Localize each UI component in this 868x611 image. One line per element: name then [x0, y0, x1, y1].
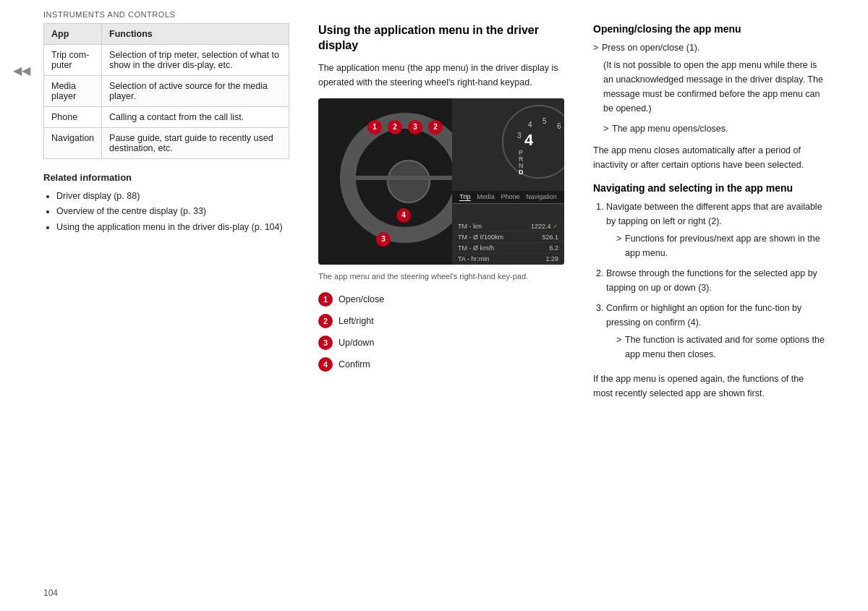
list-item[interactable]: Using the application menu in the driver… [56, 220, 289, 235]
table-row: Mediaplayer Selection of active source f… [44, 76, 289, 107]
tab-media: Media [477, 193, 495, 201]
svg-text:4: 4 [524, 131, 534, 149]
nav-step-3: Confirm or highlight an option for the f… [606, 301, 825, 362]
badge-3a: 3 [408, 120, 422, 134]
related-info-heading: Related information [43, 172, 289, 183]
opening-heading: Opening/closing the app menu [593, 23, 825, 35]
app-functions-table: App Functions Trip com-puter Selection o… [43, 23, 289, 159]
numbered-item-2: 2 Left/right [318, 314, 564, 328]
app-name: Navigation [44, 128, 102, 159]
svg-text:D: D [519, 168, 524, 176]
steering-wheel-center [387, 160, 430, 203]
breadcrumb: INSTRUMENTS AND CONTROLS [0, 0, 868, 23]
opening-dash-list: Press on open/close (1). [593, 40, 825, 55]
badge-left-right: 2 [318, 314, 333, 328]
row-value: 1:29 [545, 255, 558, 262]
numbered-item-1: 1 Open/close [318, 292, 564, 307]
display-row-1: TM - km 1222.4 ✓ [452, 221, 564, 232]
badge-open-close: 1 [318, 292, 333, 307]
navigation-steps: Navigate between the different apps that… [593, 200, 825, 362]
display-row-4: TA - hr:min 1:29 [452, 254, 564, 265]
row-label: TM - Ø ℓ/100km [458, 234, 503, 241]
intro-paragraph: The application menu (the app menu) in t… [318, 61, 564, 90]
display-row-2: TM - Ø ℓ/100km 526.1 [452, 232, 564, 243]
opening-bullets: The app menu opens/closes. [603, 121, 825, 136]
tab-trip: Trip [459, 193, 470, 201]
row-label: TM - km [458, 223, 482, 230]
svg-point-0 [503, 106, 564, 178]
tab-navigation: Navigation [526, 193, 557, 201]
nav-step-2: Browse through the functions for the sel… [606, 266, 825, 295]
tab-phone: Phone [501, 193, 519, 201]
col-app-header: App [44, 24, 102, 45]
table-row: Trip com-puter Selection of trip meter, … [44, 45, 289, 76]
row-label: TM - Ø km/h [458, 244, 494, 252]
speedometer-svg: 3 4 5 6 7 4 P R N D [452, 98, 564, 181]
page-number: 104 [43, 588, 58, 598]
svg-text:3: 3 [517, 132, 522, 140]
row-value: 1222.4 ✓ [531, 223, 558, 230]
app-functions: Pause guide, start guide to recently use… [102, 128, 289, 159]
badge-confirm: 4 [318, 357, 333, 372]
table-row: Phone Calling a contact from the call li… [44, 107, 289, 128]
app-functions: Selection of trip meter, selection of wh… [102, 45, 289, 76]
nav-sub-list-1: Functions for previous/next app are show… [616, 231, 825, 260]
col-functions-header: Functions [102, 24, 289, 45]
item-label-up-down: Up/down [339, 338, 374, 348]
item-label-confirm: Confirm [339, 359, 370, 369]
badge-2a: 2 [388, 120, 402, 134]
table-row: Navigation Pause guide, start guide to r… [44, 128, 289, 159]
numbered-item-4: 4 Confirm [318, 357, 564, 372]
related-information-section: Related information Driver display (p. 8… [43, 172, 289, 235]
app-name: Mediaplayer [44, 76, 102, 107]
bullet-item: The app menu opens/closes. [603, 121, 825, 136]
driver-display-panel: 3 4 5 6 7 4 P R N D Trip Media [452, 98, 564, 265]
row-label: TA - hr:min [458, 255, 489, 262]
section-title: Using the application menu in the driver… [318, 23, 564, 54]
numbered-item-3: 3 Up/down [318, 336, 564, 350]
right-column: Opening/closing the app menu Press on op… [579, 23, 825, 611]
badge-4: 4 [396, 208, 411, 223]
badge-1: 1 [367, 120, 382, 134]
list-item[interactable]: Overview of the centre display (p. 33) [56, 204, 289, 219]
nav-sub-list-2: The function is activated and for some o… [616, 333, 825, 362]
steering-wheel-image: 1 2 3 2 4 3 3 4 5 6 7 4 [318, 98, 564, 265]
list-item[interactable]: Driver display (p. 88) [56, 189, 289, 204]
row-value: 6.2 [549, 244, 558, 252]
item-label-open-close: Open/close [339, 294, 384, 304]
svg-text:5: 5 [542, 117, 547, 125]
middle-column: Using the application menu in the driver… [304, 23, 579, 611]
display-data-rows: TM - km 1222.4 ✓ TM - Ø ℓ/100km 526.1 TM… [452, 221, 564, 265]
badge-3b: 3 [376, 232, 391, 247]
nav-arrow[interactable]: ◀◀ [13, 64, 30, 77]
app-functions: Selection of active source for the media… [102, 76, 289, 107]
related-info-list: Driver display (p. 88) Overview of the c… [43, 189, 289, 235]
nav-sub-item-2: The function is activated and for some o… [616, 333, 825, 362]
display-tabs: Trip Media Phone Navigation [452, 191, 564, 204]
steering-wheel-spoke-right [391, 176, 456, 180]
opening-para-2: The app menu closes automatically after … [593, 143, 825, 172]
image-caption: The app menu and the steering wheel's ri… [318, 270, 564, 283]
closing-paragraph: If the app menu is opened again, the fun… [593, 372, 825, 401]
badge-2b: 2 [428, 120, 443, 134]
badge-up-down: 3 [318, 336, 333, 350]
nav-step-1: Navigate between the different apps that… [606, 200, 825, 260]
left-column: App Functions Trip com-puter Selection o… [43, 23, 304, 611]
display-row-3: TM - Ø km/h 6.2 [452, 243, 564, 254]
nav-sub-item-1: Functions for previous/next app are show… [616, 231, 825, 260]
dash-item: Press on open/close (1). [593, 40, 825, 55]
app-functions: Calling a contact from the call list. [102, 107, 289, 128]
app-name: Trip com-puter [44, 45, 102, 76]
row-value: 526.1 [542, 234, 558, 241]
nav-heading: Navigating and selecting in the app menu [593, 182, 825, 194]
opening-para-1: (It is not possible to open the app menu… [603, 58, 825, 116]
item-label-left-right: Left/right [339, 316, 374, 326]
svg-text:6: 6 [557, 122, 561, 130]
svg-text:4: 4 [528, 121, 532, 129]
app-name: Phone [44, 107, 102, 128]
